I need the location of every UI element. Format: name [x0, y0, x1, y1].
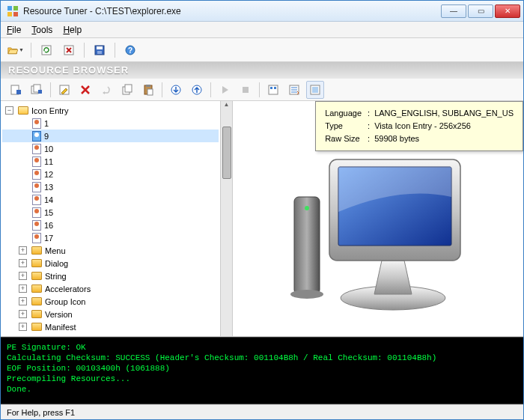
tree-icon-item[interactable]: 17 [2, 231, 219, 244]
separator [84, 43, 85, 58]
tree-label: 11 [44, 157, 53, 166]
statusbar: For Help, press F1 [1, 404, 523, 419]
folder-icon [18, 106, 28, 115]
play-button[interactable] [216, 81, 234, 99]
tooltip-rawsize-label: Raw Size [325, 133, 366, 144]
folder-icon [31, 246, 42, 255]
folder-icon [31, 323, 42, 331]
tree-root[interactable]: −Icon Entry [2, 104, 219, 117]
status-text: For Help, press F1 [7, 408, 75, 417]
save-all-button[interactable] [28, 81, 46, 99]
tree-label: 1 [44, 119, 49, 128]
svg-rect-3 [13, 12, 18, 16]
resource-tree[interactable]: −Icon Entry191011121314151617+Menu+Dialo… [1, 101, 220, 336]
tooltip-rawsize-value: 59908 bytes [374, 133, 514, 144]
icon-entry-icon [32, 182, 41, 192]
console-line: Done. [7, 384, 517, 395]
tree-label: 13 [44, 183, 53, 192]
tree-icon-item[interactable]: 16 [2, 219, 219, 231]
scrollbar-thumb[interactable] [222, 127, 231, 179]
preview-image [281, 144, 475, 317]
svg-rect-27 [274, 87, 276, 89]
app-icon [7, 5, 19, 17]
console-line: PE Signature: OK [7, 342, 517, 353]
help-button[interactable]: ? [121, 41, 139, 59]
console-line: Calculating Checksum: SUCCESS (Header's … [7, 353, 517, 363]
close-button[interactable]: ✕ [495, 4, 520, 18]
view1-button[interactable] [264, 81, 282, 99]
tree-folder[interactable]: +Version [2, 308, 219, 320]
view3-button[interactable] [306, 81, 324, 99]
svg-rect-20 [146, 85, 150, 87]
tree-label: 15 [44, 208, 53, 217]
menu-help[interactable]: Help [63, 25, 82, 35]
tree-icon-item[interactable]: 1 [2, 117, 219, 130]
svg-rect-31 [294, 197, 320, 294]
delete-button[interactable] [76, 81, 94, 99]
cancel-button[interactable] [60, 41, 78, 59]
tree-folder[interactable]: +Group Icon [2, 295, 219, 308]
tree-label: 17 [44, 234, 53, 243]
titlebar: Resource Tuner - C:\TEST\explorer.exe — … [1, 1, 523, 22]
menu-file[interactable]: File [7, 25, 21, 35]
refresh-button[interactable] [37, 41, 55, 59]
icon-entry-icon [32, 131, 41, 141]
svg-rect-4 [42, 46, 51, 55]
tree-icon-item[interactable]: 9 [2, 130, 219, 142]
svg-rect-8 [97, 51, 102, 54]
tree-label: 12 [44, 170, 53, 179]
tree-icon-item[interactable]: 10 [2, 142, 219, 155]
console-line: EOF Position: 00103400h (1061888) [7, 363, 517, 374]
tree-folder[interactable]: +Accelerators [2, 282, 219, 295]
window-title: Resource Tuner - C:\TEST\explorer.exe [23, 6, 441, 16]
save-button[interactable] [91, 41, 109, 59]
copy-button[interactable] [118, 81, 136, 99]
icon-entry-icon [32, 169, 41, 180]
tree-label: Group Icon [45, 297, 85, 306]
main-area: −Icon Entry191011121314151617+Menu+Dialo… [1, 101, 523, 337]
menubar: File Tools Help [1, 22, 523, 38]
tree-scrollbar[interactable]: ▲ [220, 101, 232, 336]
tree-label: Accelerators [45, 284, 91, 293]
tree-label: 16 [44, 221, 53, 230]
svg-rect-7 [97, 46, 103, 49]
tooltip-language-label: Language [325, 108, 366, 119]
tree-icon-item[interactable]: 12 [2, 168, 219, 180]
tree-icon-item[interactable]: 13 [2, 180, 219, 193]
tree-label: Menu [45, 246, 66, 255]
folder-icon [31, 310, 42, 318]
paste-button[interactable] [139, 81, 157, 99]
down-button[interactable] [167, 81, 185, 99]
tree-icon-item[interactable]: 15 [2, 206, 219, 219]
tree-folder[interactable]: +Menu [2, 244, 219, 257]
edit-button[interactable] [55, 81, 73, 99]
separator [31, 43, 31, 58]
folder-icon [31, 284, 42, 293]
folder-icon [31, 272, 42, 280]
view2-button[interactable] [285, 81, 303, 99]
tree-folder[interactable]: +String [2, 270, 219, 282]
tree-label: 9 [44, 132, 49, 141]
tree-label: Manifest [45, 323, 76, 332]
maximize-button[interactable]: ▭ [468, 4, 493, 18]
svg-rect-1 [13, 6, 18, 10]
main-toolbar: ▼ ? [1, 38, 523, 62]
svg-rect-15 [38, 90, 42, 94]
stop-button[interactable] [237, 81, 255, 99]
tree-folder[interactable]: +Dialog [2, 257, 219, 270]
minimize-button[interactable]: — [441, 4, 466, 18]
tree-folder[interactable]: +Manifest [2, 320, 219, 333]
svg-rect-24 [243, 87, 249, 93]
undo-button[interactable] [97, 81, 115, 99]
tooltip-type-value: Vista Icon Entry - 256x256 [374, 121, 514, 132]
tree-icon-item[interactable]: 11 [2, 155, 219, 168]
tree-label: 14 [44, 195, 53, 204]
app-window: Resource Tuner - C:\TEST\explorer.exe — … [0, 0, 524, 420]
menu-tools[interactable]: Tools [31, 25, 52, 35]
open-button[interactable]: ▼ [7, 41, 25, 59]
up-button[interactable] [188, 81, 206, 99]
svg-rect-21 [147, 89, 153, 95]
tree-label: Icon Entry [31, 106, 69, 115]
save-resource-button[interactable] [7, 81, 25, 99]
tree-icon-item[interactable]: 14 [2, 193, 219, 206]
